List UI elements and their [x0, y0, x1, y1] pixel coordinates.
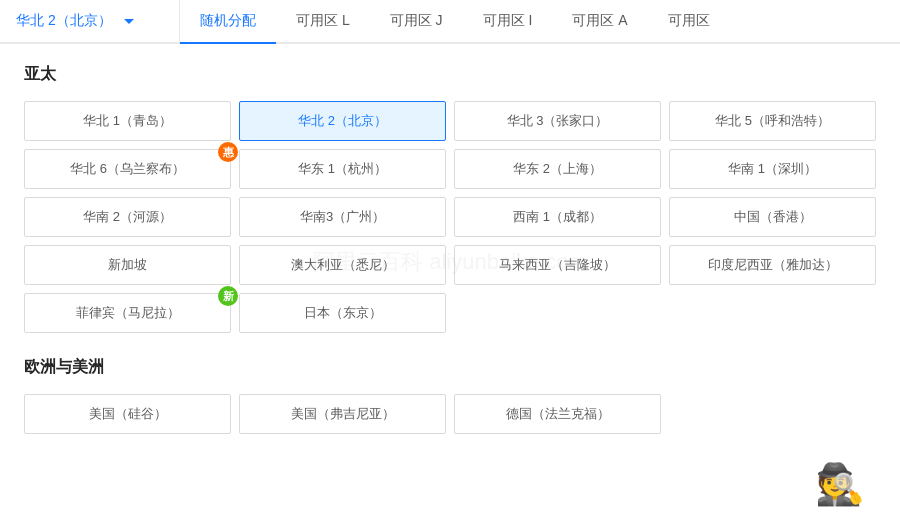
region-btn-australia[interactable]: 澳大利亚（悉尼）	[239, 245, 446, 285]
main-content: 亚太华北 1（青岛）华北 2（北京）华北 3（张家口）华北 5（呼和浩特）华北 …	[0, 44, 900, 462]
tab-zone-j[interactable]: 可用区 J	[370, 0, 463, 44]
tab-zone-i[interactable]: 可用区 I	[463, 0, 553, 44]
chevron-down-icon	[124, 19, 134, 24]
region-btn-us-west[interactable]: 美国（硅谷）	[24, 394, 231, 434]
region-btn-malaysia[interactable]: 马来西亚（吉隆坡）	[454, 245, 661, 285]
region-btn-philippines[interactable]: 菲律宾（马尼拉）新	[24, 293, 231, 333]
region-grid-row-0: 美国（硅谷）美国（弗吉尼亚）德国（法兰克福）	[24, 394, 876, 434]
tab-random[interactable]: 随机分配	[180, 0, 276, 44]
region-selector[interactable]: 华北 2（北京）	[0, 0, 180, 42]
region-grid-row-0: 华北 1（青岛）华北 2（北京）华北 3（张家口）华北 5（呼和浩特）	[24, 101, 876, 141]
region-btn-singapore[interactable]: 新加坡	[24, 245, 231, 285]
section-asia-pacific: 亚太华北 1（青岛）华北 2（北京）华北 3（张家口）华北 5（呼和浩特）华北 …	[24, 64, 876, 333]
region-btn-north5[interactable]: 华北 5（呼和浩特）	[669, 101, 876, 141]
region-btn-southwest1[interactable]: 西南 1（成都）	[454, 197, 661, 237]
region-btn-east2[interactable]: 华东 2（上海）	[454, 149, 661, 189]
region-label: 华北 2（北京）	[16, 12, 112, 30]
region-grid-row-4: 菲律宾（马尼拉）新日本（东京）	[24, 293, 876, 333]
section-title-europe-america: 欧洲与美洲	[24, 357, 876, 378]
region-btn-east1[interactable]: 华东 1（杭州）	[239, 149, 446, 189]
region-btn-indonesia[interactable]: 印度尼西亚（雅加达）	[669, 245, 876, 285]
region-btn-china-hk[interactable]: 中国（香港）	[669, 197, 876, 237]
tab-zone-l[interactable]: 可用区 L	[276, 0, 370, 44]
tab-zone-more[interactable]: 可用区	[648, 0, 730, 44]
region-btn-south3[interactable]: 华南3（广州）	[239, 197, 446, 237]
section-europe-america: 欧洲与美洲美国（硅谷）美国（弗吉尼亚）德国（法兰克福）	[24, 357, 876, 434]
empty-cell	[669, 293, 876, 333]
region-grid-row-3: 新加坡澳大利亚（悉尼）马来西亚（吉隆坡）印度尼西亚（雅加达）	[24, 245, 876, 285]
section-title-asia-pacific: 亚太	[24, 64, 876, 85]
region-btn-north2[interactable]: 华北 2（北京）	[239, 101, 446, 141]
corner-decoration: 🕵️	[780, 444, 900, 462]
empty-cell	[454, 293, 661, 333]
region-btn-japan[interactable]: 日本（东京）	[239, 293, 446, 333]
region-btn-north1[interactable]: 华北 1（青岛）	[24, 101, 231, 141]
top-navigation: 华北 2（北京） 随机分配可用区 L可用区 J可用区 I可用区 A可用区	[0, 0, 900, 44]
region-btn-us-east[interactable]: 美国（弗吉尼亚）	[239, 394, 446, 434]
region-btn-south1[interactable]: 华南 1（深圳）	[669, 149, 876, 189]
badge-philippines: 新	[218, 286, 238, 306]
region-btn-north3[interactable]: 华北 3（张家口）	[454, 101, 661, 141]
region-btn-south2[interactable]: 华南 2（河源）	[24, 197, 231, 237]
badge-north6: 惠	[218, 142, 238, 162]
region-btn-germany[interactable]: 德国（法兰克福）	[454, 394, 661, 434]
tab-zone-a[interactable]: 可用区 A	[552, 0, 647, 44]
empty-cell	[669, 394, 876, 434]
zone-tabs: 随机分配可用区 L可用区 J可用区 I可用区 A可用区	[180, 0, 900, 42]
region-btn-north6[interactable]: 华北 6（乌兰察布）惠	[24, 149, 231, 189]
region-grid-row-2: 华南 2（河源）华南3（广州）西南 1（成都）中国（香港）	[24, 197, 876, 237]
region-grid-row-1: 华北 6（乌兰察布）惠华东 1（杭州）华东 2（上海）华南 1（深圳）	[24, 149, 876, 189]
